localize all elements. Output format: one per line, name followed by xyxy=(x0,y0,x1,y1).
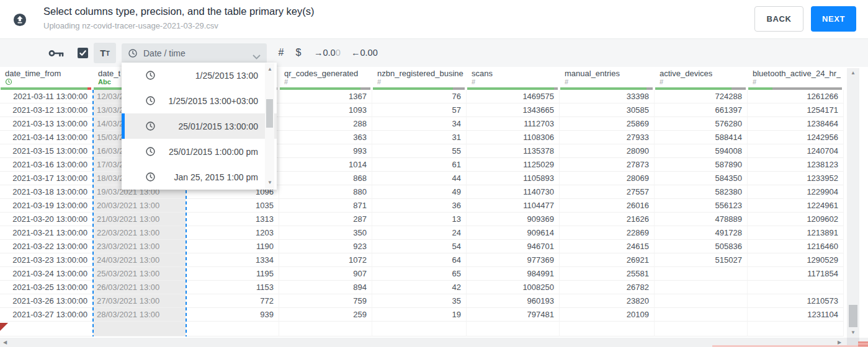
column-header-active_devices[interactable]: active_devices# xyxy=(655,67,748,90)
currency-type-button[interactable]: $ xyxy=(294,45,303,61)
table-cell: 759 xyxy=(279,294,372,308)
table-cell: 871 xyxy=(279,199,372,213)
table-cell: 287 xyxy=(279,213,372,226)
precision-decrease-button[interactable]: ←0.00 xyxy=(351,46,378,59)
table-cell: 25869 xyxy=(560,117,655,131)
table-cell: 2021-03-15 13:00:00 xyxy=(0,144,93,158)
table-cell: 31 xyxy=(372,131,467,144)
scroll-left-button[interactable]: ◀ xyxy=(3,340,7,345)
dropdown-item[interactable]: Jan 25, 2015 1:00 pm xyxy=(122,164,277,190)
table-cell: 2021-03-19 13:00:00 xyxy=(0,199,93,213)
column-header-date_time_from[interactable]: date_time_from xyxy=(0,67,93,90)
boolean-type-checkbox[interactable] xyxy=(78,48,88,58)
table-cell: 1008250 xyxy=(467,281,560,294)
next-button[interactable]: NEXT xyxy=(811,6,856,32)
table-cell: 57 xyxy=(372,103,467,117)
selected-column-left-guide xyxy=(92,90,94,336)
column-name: qr_codes_generated xyxy=(284,69,358,78)
table-cell: 587890 xyxy=(655,158,748,172)
scroll-right-button[interactable]: ▶ xyxy=(838,340,841,345)
table-cell: 28069 xyxy=(560,172,655,185)
table-cell xyxy=(655,267,748,281)
table-row: 2021-03-24 13:00:0025/03/2021 13:0011959… xyxy=(0,267,844,281)
primary-key-icon[interactable] xyxy=(48,48,65,58)
table-cell: 1135378 xyxy=(467,144,560,158)
table-cell: 2021-03-26 13:00:00 xyxy=(0,294,93,308)
dropdown-item[interactable]: 25/01/2015 13:00:00 xyxy=(122,113,277,139)
clock-icon xyxy=(145,172,156,182)
table-cell: 2021-03-22 13:00:00 xyxy=(0,240,93,253)
table-cell: 2021-03-16 13:00:00 xyxy=(0,158,93,172)
back-button[interactable]: BACK xyxy=(754,6,803,32)
horizontal-scroll-thumb[interactable] xyxy=(858,341,868,347)
table-cell: 22/03/2021 13:00 xyxy=(93,226,186,240)
chevron-down-icon xyxy=(253,51,261,62)
datetime-format-dropdown: 1/25/2015 13:001/25/2015 13:00+03:0025/0… xyxy=(122,63,277,190)
upload-icon xyxy=(13,13,27,27)
table-cell xyxy=(560,322,655,336)
dropdown-item[interactable]: 25/01/2015 1:00:00 pm xyxy=(122,139,277,164)
table-cell: 1216460 xyxy=(748,240,844,253)
table-cell: 2021-03-14 13:00:00 xyxy=(0,131,93,144)
dropdown-scrollbar[interactable]: ▲ ▼ xyxy=(265,63,274,189)
table-cell: 27873 xyxy=(560,158,655,172)
table-cell: 1290529 xyxy=(748,253,844,267)
text-type-glyph-small: T xyxy=(105,50,109,57)
number-type-button[interactable]: # xyxy=(275,45,287,61)
scroll-down-button[interactable]: ▼ xyxy=(851,330,856,335)
dropdown-item-label: 25/01/2015 13:00:00 xyxy=(179,121,258,131)
table-cell: 1233952 xyxy=(748,172,844,185)
table-cell xyxy=(93,322,186,336)
column-name: date_t xyxy=(98,69,120,78)
horizontal-scrollbar[interactable]: ◀ ▶ xyxy=(0,338,868,347)
table-cell: 1343665 xyxy=(467,103,560,117)
table-cell xyxy=(748,322,844,336)
dropdown-item[interactable]: 1/25/2015 13:00 xyxy=(122,63,277,88)
vertical-scrollbar[interactable]: ▲ ▼ xyxy=(847,68,859,338)
scroll-up-button[interactable]: ▲ xyxy=(851,71,856,76)
table-cell: 724288 xyxy=(655,90,748,103)
table-cell: 55 xyxy=(372,144,467,158)
text-type-glyph-large: T xyxy=(100,48,105,58)
column-header-qr_codes_generated[interactable]: qr_codes_generated# xyxy=(279,67,372,90)
table-cell: 21/03/2021 13:00 xyxy=(93,213,186,226)
table-cell: 28/03/2021 13:00 xyxy=(93,308,186,322)
table-cell: 24/03/2021 13:00 xyxy=(93,253,186,267)
dropdown-scroll-up-button[interactable]: ▲ xyxy=(267,67,272,72)
dropdown-scroll-thumb[interactable] xyxy=(266,99,273,128)
column-header-bluetooth_active_24_hr_[interactable]: bluetooth_active_24_hr_# xyxy=(748,67,844,90)
datetime-format-value: Date / time xyxy=(143,48,186,58)
column-header-scans[interactable]: scans# xyxy=(467,67,560,90)
table-row: 2021-03-25 13:00:0026/03/2021 13:0011538… xyxy=(0,281,844,294)
table-cell: 26782 xyxy=(560,281,655,294)
table-cell: 35 xyxy=(372,294,467,308)
column-name: manual_entries xyxy=(565,69,620,78)
table-cell: 2021-03-11 13:00:00 xyxy=(0,90,93,103)
table-cell: 1093 xyxy=(279,103,372,117)
text-type-button[interactable]: TT xyxy=(94,43,116,63)
table-cell: 34 xyxy=(372,117,467,131)
table-cell: 27557 xyxy=(560,185,655,199)
csv-upload-wizard: Select columns type, precision, and the … xyxy=(0,0,868,347)
table-cell: 946701 xyxy=(467,240,560,253)
clock-icon xyxy=(128,48,138,58)
table-cell: 939 xyxy=(186,308,279,322)
table-cell: 2021-03-12 13:00:00 xyxy=(0,103,93,117)
column-header-manual_entries[interactable]: manual_entries# xyxy=(560,67,655,90)
table-cell: 24615 xyxy=(560,240,655,253)
table-cell: 2021-03-13 13:00:00 xyxy=(0,117,93,131)
table-cell: 2021-03-23 13:00:00 xyxy=(0,253,93,267)
table-cell: 20109 xyxy=(560,308,655,322)
datetime-format-select[interactable]: Date / time xyxy=(122,43,267,63)
precision-increase-button[interactable]: →0.00 xyxy=(314,46,341,59)
dropdown-item-label: 1/25/2015 13:00 xyxy=(195,71,258,81)
vertical-scroll-thumb[interactable] xyxy=(849,305,857,327)
column-header-nzbn_registered_busine[interactable]: nzbn_registered_busine# xyxy=(372,67,467,90)
table-cell: 977369 xyxy=(467,253,560,267)
dropdown-item-label: Jan 25, 2015 1:00 pm xyxy=(174,172,258,182)
table-cell: 54 xyxy=(372,240,467,253)
dropdown-item[interactable]: 1/25/2015 13:00+03:00 xyxy=(122,88,277,113)
dropdown-scroll-down-button[interactable]: ▼ xyxy=(267,180,272,185)
page-title: Select columns type, precision, and the … xyxy=(43,6,315,17)
table-cell: 1229904 xyxy=(748,185,844,199)
